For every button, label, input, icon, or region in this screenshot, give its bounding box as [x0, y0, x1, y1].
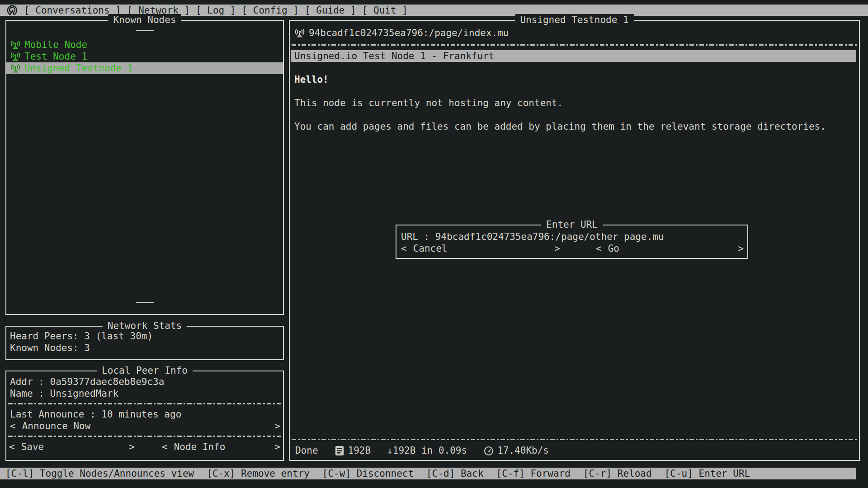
node-info-button[interactable]: < Node Info >	[162, 441, 280, 453]
status-speed: 17.40Kb/s	[497, 445, 549, 456]
go-button[interactable]: < Go >	[596, 243, 744, 254]
menu-item-guide[interactable]: [ Guide ]	[305, 5, 356, 16]
shortcut-disconnect: [C-w] Disconnect	[322, 468, 414, 479]
current-url-bar: 94bcadf1c024735ea796:/page/index.mu	[294, 27, 509, 39]
shortcut-toggle-view: [C-l] Toggle Nodes/Announces view	[5, 468, 194, 479]
broadcast-antenna-icon	[10, 63, 21, 74]
menu-item-conversations[interactable]: [ Conversations ]	[24, 5, 121, 16]
node-name: Test Node 1	[24, 51, 87, 62]
known-nodes-title: Known Nodes	[108, 14, 181, 26]
button-bracket-right: >	[129, 441, 135, 453]
known-nodes-panel: Known Nodes Mobile Node Test Node 1 Unsi…	[5, 20, 284, 315]
save-button[interactable]: < Save >	[9, 441, 135, 453]
local-peer-info-title: Local Peer Info	[97, 365, 193, 376]
button-bracket-left: <	[596, 243, 602, 254]
node-info-label: Node Info	[174, 441, 226, 453]
browser-title: Unsigned Testnode 1	[515, 14, 633, 26]
shortcut-bar: [C-l] Toggle Nodes/Announces view [C-x] …	[0, 468, 856, 479]
button-bracket-left: <	[401, 243, 407, 254]
button-bracket-right: >	[274, 420, 280, 432]
cancel-label: Cancel	[413, 243, 448, 254]
gauge-icon	[483, 445, 494, 456]
heard-peers-stat: Heard Peers: 3 (last 30m)	[10, 330, 283, 342]
page-title-bar: Unsigned.io Test Node 1 - Frankfurt	[291, 50, 856, 62]
status-size: 192B	[348, 445, 371, 456]
button-bracket-right: >	[738, 243, 744, 254]
browser-status-line: Done 192B ↓192B in 0.09s 17.40Kb/s	[295, 445, 549, 456]
node-name: Mobile Node	[24, 39, 87, 51]
last-announce: Last Announce : 10 minutes ago	[6, 408, 283, 420]
peer-name: Name : UnsignedMark	[6, 388, 283, 399]
broadcast-antenna-icon	[10, 51, 21, 62]
broadcast-antenna-icon	[10, 39, 21, 50]
shortcut-enter-url: [C-u] Enter URL	[665, 468, 750, 479]
nomadnet-logo-icon	[6, 5, 18, 16]
go-label: Go	[608, 243, 619, 254]
page-paragraph: This node is currently not hosting any c…	[294, 97, 563, 109]
broadcast-antenna-icon	[294, 28, 305, 38]
node-list-item-mobile-node[interactable]: Mobile Node	[6, 39, 283, 51]
status-transfer: ↓192B in 0.09s	[387, 445, 467, 456]
divider	[8, 403, 281, 404]
enter-url-dialog: Enter URL URL : 94bcadf1c024735ea796:/pa…	[396, 225, 748, 259]
node-list-item-test-node-1[interactable]: Test Node 1	[6, 51, 283, 62]
divider	[8, 436, 281, 437]
page-heading: Hello!	[294, 74, 329, 85]
node-list-item-unsigned-testnode-1[interactable]: Unsigned Testnode 1	[6, 62, 283, 74]
network-stats-panel: Network Stats Heard Peers: 3 (last 30m) …	[5, 326, 284, 360]
divider	[292, 439, 857, 440]
shortcut-reload: [C-r] Reload	[583, 468, 652, 479]
document-lines-icon	[335, 445, 345, 456]
url-input-field[interactable]: URL : 94bcadf1c024735ea796:/page/other_p…	[401, 231, 743, 243]
status-state: Done	[295, 445, 318, 456]
node-browser-panel: Unsigned Testnode 1 94bcadf1c024735ea796…	[289, 20, 860, 461]
button-bracket-left: <	[10, 420, 16, 432]
button-bracket-left: <	[162, 441, 168, 453]
cancel-button[interactable]: < Cancel >	[401, 243, 560, 254]
enter-url-dialog-title: Enter URL	[541, 219, 603, 230]
menu-item-log[interactable]: [ Log ]	[196, 5, 236, 16]
divider	[292, 44, 857, 46]
button-bracket-right: >	[274, 441, 280, 453]
shortcut-forward: [C-f] Forward	[496, 468, 571, 479]
network-stats-title: Network Stats	[103, 320, 187, 332]
menu-item-config[interactable]: [ Config ]	[242, 5, 299, 16]
button-bracket-right: >	[554, 243, 560, 254]
save-label: Save	[21, 441, 44, 453]
known-nodes-stat: Known Nodes: 3	[10, 342, 283, 354]
announce-now-button[interactable]: < Announce Now >	[9, 420, 280, 432]
shortcut-remove-entry: [C-x] Remove entry	[207, 468, 310, 479]
node-name: Unsigned Testnode 1	[24, 62, 133, 74]
announce-now-label: Announce Now	[22, 420, 91, 432]
menu-item-quit[interactable]: [ Quit ]	[362, 5, 408, 16]
scroll-indicator-bottom	[136, 302, 154, 303]
shortcut-back: [C-d] Back	[426, 468, 483, 479]
page-paragraph: You can add pages and files can be added…	[294, 121, 826, 132]
peer-address: Addr : 0a59377daec8eb8e9c3a	[6, 376, 283, 388]
local-peer-info-panel: Local Peer Info Addr : 0a59377daec8eb8e9…	[5, 371, 284, 461]
button-bracket-left: <	[9, 441, 15, 453]
scroll-indicator-top	[136, 30, 154, 31]
current-url: 94bcadf1c024735ea796:/page/index.mu	[309, 27, 509, 39]
